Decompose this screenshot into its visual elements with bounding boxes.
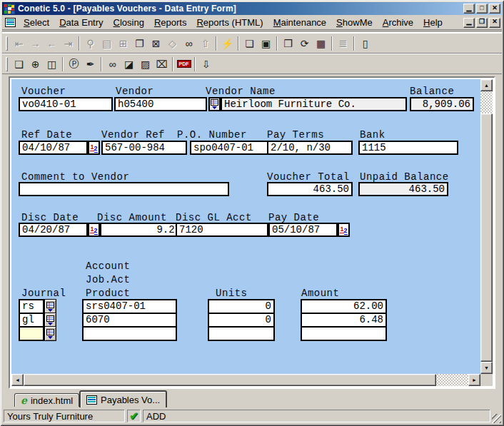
mdi-minimize-button[interactable]: ▁ [463, 18, 475, 28]
goto-next-icon[interactable]: → [27, 36, 44, 51]
lookup-grid-icon [46, 302, 54, 312]
disc-date-field[interactable]: 04/20/87 [19, 223, 88, 237]
print-icon[interactable]: ▦ [313, 36, 329, 51]
pay-terms-field[interactable]: 2/10, n/30 [267, 141, 353, 155]
amount-cell-row1[interactable]: 62.00 [301, 299, 387, 314]
comment-field[interactable] [19, 182, 229, 196]
menu-closing[interactable]: Closing [109, 16, 149, 29]
arrow-right-icon: ► [472, 377, 477, 382]
mdi-restore-button[interactable]: ❐ [476, 18, 488, 28]
bank-field[interactable]: 1115 [358, 141, 458, 155]
exit-door-icon[interactable]: ▯ [357, 36, 373, 51]
menu-reports[interactable]: Reports [149, 16, 192, 29]
quill-icon[interactable]: ✒ [82, 56, 99, 72]
vendor-ref-field[interactable]: 567-00-984 [101, 141, 187, 155]
stack-icon[interactable]: ≣ [335, 36, 351, 51]
journal-lookup-button-row3[interactable] [44, 326, 56, 341]
journal-cell-row1[interactable]: rs [19, 299, 44, 314]
new-doc-icon[interactable]: ❑ [11, 56, 27, 72]
po-number-field[interactable]: spo0407-01 [190, 141, 276, 155]
pdf-icon[interactable]: PDF [176, 56, 192, 72]
account-header: Account [86, 260, 130, 272]
delete-record-icon[interactable]: ⊠ [148, 36, 164, 51]
toolbar-grip[interactable] [6, 57, 8, 71]
confirm-check-button[interactable]: ✔ [127, 410, 141, 422]
pay-date-field[interactable]: 05/10/87 [268, 223, 338, 237]
exit-up-icon[interactable]: ⇧ [197, 36, 213, 51]
amount-cell-row2[interactable]: 6.48 [301, 313, 387, 328]
maximize-button[interactable]: □ [476, 4, 488, 14]
menu-reports-html[interactable]: Reports (HTML) [191, 16, 268, 29]
product-cell-row2[interactable]: 6070 [82, 313, 177, 328]
toolbar-grip[interactable] [6, 36, 8, 51]
pay-date-picker-button[interactable]: 12 [338, 223, 350, 237]
paste-icon[interactable]: ▣ [258, 36, 274, 51]
lightning-icon[interactable]: ⚡ [219, 36, 236, 51]
disc-amount-field[interactable]: 9.27 [100, 223, 184, 237]
horizontal-scroll-thumb[interactable] [24, 374, 436, 386]
form-document-icon[interactable] [5, 18, 16, 27]
product-cell-row3[interactable] [82, 326, 177, 341]
find-record-icon[interactable]: ⚲ [82, 36, 99, 51]
scroll-right-button[interactable]: ► [468, 374, 480, 386]
menu-help[interactable]: Help [418, 16, 448, 29]
date-picker-icon: 12 [340, 226, 347, 233]
resize-grip[interactable] [492, 414, 501, 423]
tab-payables-vouchers[interactable]: Payables Vo... [79, 390, 167, 407]
disc-amount-label: Disc Amount [97, 212, 167, 223]
lookup-grid-icon [46, 329, 54, 339]
add-record-icon[interactable]: ⊞ [115, 36, 131, 51]
mdi-close-button[interactable]: ✕ [489, 18, 500, 28]
units-cell-row1[interactable]: 0 [208, 299, 275, 314]
ref-date-picker-button[interactable]: 12 [88, 141, 100, 155]
find-binoculars-icon[interactable]: ∞ [104, 56, 121, 72]
horizontal-scrollbar[interactable]: ◄ ► [11, 374, 480, 386]
vendor-lookup-button[interactable] [208, 97, 221, 111]
journal-cell-row3[interactable] [19, 326, 44, 341]
units-cell-row2[interactable]: 0 [208, 313, 275, 328]
voucher-field[interactable]: vo0410-01 [19, 97, 113, 111]
copy-icon[interactable]: ❏ [241, 36, 258, 51]
vendor-field[interactable]: h05400 [114, 97, 207, 111]
trash-icon[interactable]: ⌧ [153, 56, 170, 72]
cube-icon[interactable]: ◇ [164, 36, 181, 51]
book-open-icon[interactable]: ◫ [44, 56, 60, 72]
goto-first-icon[interactable]: ⇤ [11, 36, 27, 51]
scroll-down-button[interactable]: ▼ [480, 362, 493, 374]
toolbar-separator [238, 36, 239, 51]
form-document-icon [86, 395, 97, 405]
product-cell-row1[interactable]: srs0407-01 [82, 299, 177, 314]
journal-cell-row2[interactable]: gl [19, 313, 44, 328]
close-button[interactable]: ✕ [489, 4, 500, 14]
tab-index-html[interactable]: e index.html [14, 393, 79, 407]
menu-archive[interactable]: Archive [378, 16, 418, 29]
goto-prev-icon[interactable]: ← [44, 36, 60, 51]
menu-select[interactable]: Select [19, 16, 54, 29]
vertical-scroll-thumb[interactable] [480, 113, 493, 362]
units-cell-row3[interactable] [208, 326, 275, 341]
menu-showme[interactable]: ShowMe [331, 16, 378, 29]
export-down-icon[interactable]: ⇩ [198, 56, 214, 72]
book-add-icon[interactable]: ⊕ [27, 56, 44, 72]
amount-cell-row3[interactable] [301, 326, 387, 341]
browse-binoculars-icon[interactable]: ∞ [181, 36, 197, 51]
vertical-scrollbar[interactable]: ▲ ▼ [480, 79, 493, 374]
disc-gl-field[interactable]: 7120 [176, 223, 268, 237]
disc-date-picker-button[interactable]: 12 [88, 223, 100, 237]
scroll-left-button[interactable]: ◄ [11, 374, 24, 386]
goto-last-icon[interactable]: ⇥ [60, 36, 76, 51]
save-record-icon[interactable]: ▤ [99, 36, 115, 51]
image-note-icon[interactable]: ▨ [137, 56, 153, 72]
new-window-icon[interactable]: ❒ [280, 36, 296, 51]
ref-date-field[interactable]: 04/10/87 [19, 141, 88, 155]
book-print-icon[interactable]: Ⓟ [66, 56, 82, 72]
menu-data-entry[interactable]: Data Entry [54, 16, 108, 29]
journal-lookup-button-row2[interactable] [44, 313, 56, 328]
copy-record-icon[interactable]: ❐ [131, 36, 148, 51]
minimize-button[interactable]: ▁ [463, 4, 475, 14]
menu-maintenance[interactable]: Maintenance [268, 16, 331, 29]
image-dark-icon[interactable]: ◪ [121, 56, 137, 72]
journal-lookup-button-row1[interactable] [44, 299, 56, 314]
scroll-up-button[interactable]: ▲ [480, 79, 493, 91]
refresh-clock-icon[interactable]: ⟳ [296, 36, 313, 51]
